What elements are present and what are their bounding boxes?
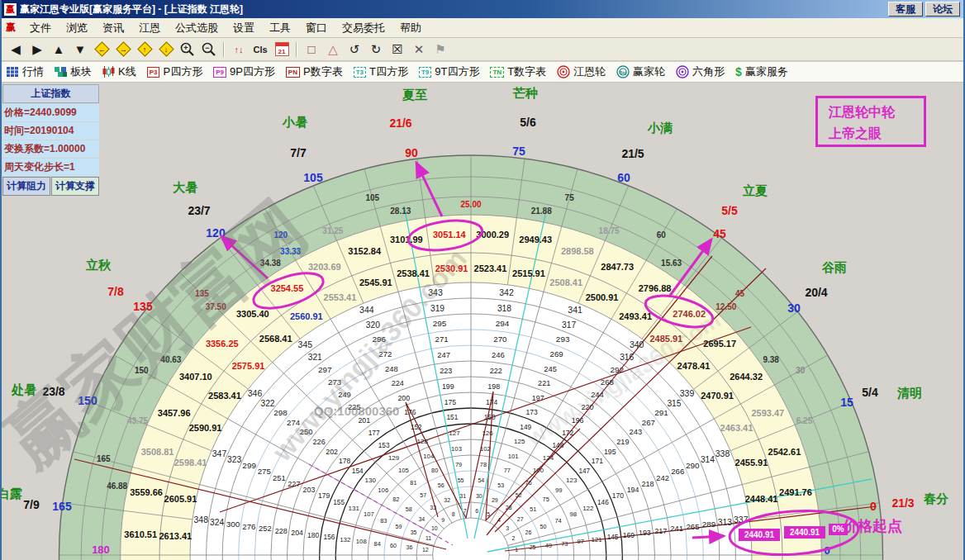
- spiral-value: 220: [581, 403, 593, 411]
- spiral-value: 83: [380, 517, 387, 524]
- band-degree-label: 105: [365, 193, 379, 202]
- price-ring1-value: 2542.61: [768, 447, 801, 457]
- tn-icon: TN: [490, 67, 504, 78]
- crosshair-icon[interactable]: ✕: [409, 40, 429, 59]
- wheel-icon: [557, 65, 570, 78]
- menu-item-公式选股[interactable]: 公式选股: [168, 19, 226, 37]
- spiral-value: 269: [550, 349, 563, 358]
- price-ring2-value: 2523.41: [474, 263, 507, 273]
- index-value-row: 变换系数=1.00000: [2, 140, 99, 158]
- menu-item-资讯[interactable]: 资讯: [95, 19, 131, 37]
- customer-service-button[interactable]: 客服: [888, 2, 923, 17]
- spiral-value: 224: [392, 379, 404, 387]
- spiral-value: 227: [288, 480, 300, 488]
- menu-item-浏览[interactable]: 浏览: [59, 19, 95, 37]
- spiral-value: 298: [273, 408, 288, 417]
- gann-wheel-button[interactable]: 江恩轮: [557, 64, 606, 79]
- rim-label-red: 21/3: [891, 496, 914, 510]
- spiral-value: 127: [449, 429, 460, 437]
- winner-wheel-button[interactable]: Big赢家轮: [616, 64, 665, 79]
- zoom-out-icon[interactable]: −: [199, 40, 219, 59]
- menu-item-江恩[interactable]: 江恩: [131, 19, 168, 37]
- calc-support-button[interactable]: 计算支撑: [51, 177, 99, 196]
- axis-end-label: 180: [92, 543, 110, 556]
- shift-left-icon[interactable]: ←: [92, 40, 112, 59]
- winner-service-button[interactable]: $赢家服务: [735, 64, 788, 79]
- t-square-button[interactable]: T3T四方形: [354, 64, 408, 79]
- t9-square-button[interactable]: T99T四方形: [419, 64, 480, 79]
- spiral-value: 343: [428, 287, 443, 297]
- rect-tool-icon[interactable]: □: [302, 40, 321, 59]
- sectors-button[interactable]: 板块: [55, 64, 92, 79]
- p9-square-button[interactable]: P99P四方形: [213, 64, 275, 79]
- quotes-button[interactable]: 行情: [7, 64, 44, 79]
- menu-item-文件[interactable]: 文件: [22, 19, 59, 37]
- cls-button[interactable]: Cls: [250, 40, 270, 59]
- wheel-icon: Big: [616, 65, 630, 78]
- shift-down-icon[interactable]: ↓: [156, 40, 176, 59]
- title-bar: 赢 赢家江恩专业版[赢家服务平台] - [上证指数 江恩轮] 客服论坛: [2, 0, 963, 18]
- axis-scale-icon[interactable]: ↑↓: [229, 40, 249, 59]
- degree-label: 105: [303, 171, 323, 184]
- delete-box-icon[interactable]: ☒: [387, 40, 407, 59]
- spiral-value: 314: [701, 455, 715, 464]
- t-number-button[interactable]: TNT数字表: [490, 64, 546, 79]
- page-up-icon[interactable]: ▲: [49, 40, 69, 59]
- calc-resistance-button[interactable]: 计算阻力: [2, 177, 50, 196]
- menu-item-交易委托[interactable]: 交易委托: [335, 19, 392, 37]
- spiral-value: 78: [480, 461, 487, 468]
- gann-wheel[interactable]: 2491.762542.612593.472644.322695.172746.…: [2, 83, 965, 560]
- menu-item-窗口[interactable]: 窗口: [298, 19, 335, 37]
- price-origin-value: 2440.91: [790, 528, 820, 537]
- shift-right-icon[interactable]: →: [113, 40, 133, 59]
- rotate-ccw-icon[interactable]: ↺: [345, 40, 364, 59]
- spiral-value: 3: [506, 525, 509, 531]
- menu-item-工具[interactable]: 工具: [262, 19, 298, 37]
- spiral-value: 172: [562, 429, 573, 437]
- spiral-value: 344: [359, 305, 374, 315]
- triangle-tool-icon[interactable]: △: [323, 40, 343, 59]
- price-ring2-value: 2515.91: [512, 268, 545, 278]
- pn-icon: PN: [286, 67, 300, 78]
- price-ring2-value: 2463.41: [720, 423, 753, 433]
- degree-label: 60: [617, 171, 630, 184]
- gann-wheel-chart-area[interactable]: 2491.762542.612593.472644.322695.172746.…: [2, 83, 965, 560]
- zoom-in-icon[interactable]: +: [178, 40, 197, 59]
- spiral-value: 293: [556, 335, 570, 344]
- spiral-value: 147: [578, 467, 590, 475]
- spiral-value: 60: [390, 543, 397, 549]
- price-ring2-value: 2545.91: [359, 278, 392, 287]
- spiral-value: 51: [530, 506, 536, 513]
- spiral-value: 54: [478, 477, 484, 484]
- price-ring2-value: 2530.91: [435, 263, 468, 273]
- price-ring1-value: 2491.76: [779, 487, 812, 497]
- price-ring1-value: 3508.81: [141, 447, 174, 457]
- spiral-value: 99: [555, 486, 563, 494]
- spiral-value: 77: [504, 467, 511, 474]
- price-ring2-value: 2470.91: [701, 391, 734, 401]
- kline-button[interactable]: K线: [102, 64, 136, 79]
- scroll-left-icon[interactable]: ◀: [6, 40, 26, 59]
- spiral-value: 241: [670, 524, 683, 533]
- band-percent-label: 33.33: [280, 247, 301, 256]
- toolbar-button-label: 行情: [22, 64, 44, 79]
- calendar-icon[interactable]: 21: [272, 40, 292, 59]
- page-down-icon[interactable]: ▼: [70, 40, 90, 59]
- menu-item-设置[interactable]: 设置: [226, 19, 262, 37]
- scroll-right-icon[interactable]: ▶: [27, 40, 47, 59]
- date-label: 5/6: [520, 116, 536, 129]
- hexagon-button[interactable]: 六角形: [676, 64, 725, 79]
- p-square-button[interactable]: P3P四方形: [147, 64, 202, 79]
- price-ring2-value: 2568.41: [259, 334, 292, 344]
- spiral-value: 25: [530, 544, 536, 550]
- index-value-row: 时间=20190104: [2, 122, 99, 140]
- p-number-button[interactable]: PNP数字表: [286, 64, 343, 79]
- forum-button[interactable]: 论坛: [925, 2, 960, 17]
- flag-icon[interactable]: ⚑: [430, 40, 450, 59]
- rotate-cw-icon[interactable]: ↻: [366, 40, 386, 59]
- shift-up-icon[interactable]: ↑: [135, 40, 154, 59]
- price-ring1-value: 2898.58: [561, 246, 594, 256]
- panel-buttons: 计算阻力 计算支撑: [2, 177, 99, 196]
- spiral-value: 290: [686, 461, 700, 470]
- menu-item-帮助[interactable]: 帮助: [392, 19, 429, 37]
